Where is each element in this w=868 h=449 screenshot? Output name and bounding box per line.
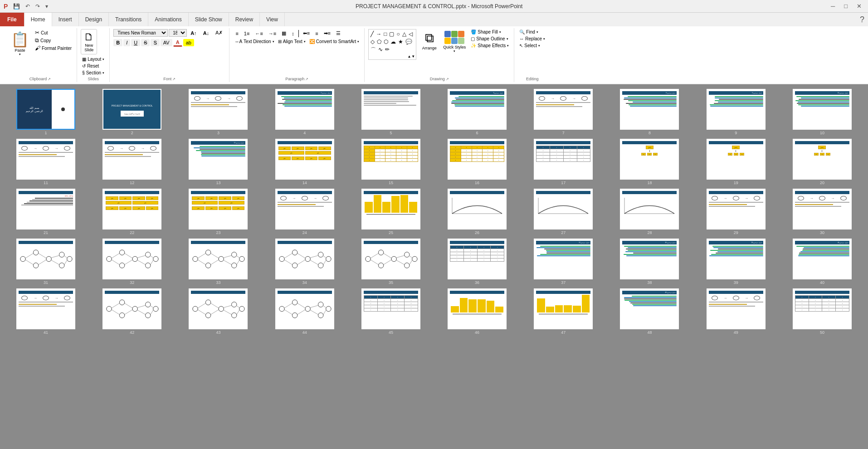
align-right-button[interactable]: ➡≡: [322, 29, 333, 38]
tab-review[interactable]: Review: [229, 13, 260, 26]
tab-file[interactable]: File: [0, 13, 24, 26]
slide-thumb-35[interactable]: 35: [350, 239, 432, 285]
tab-transitions[interactable]: Transitions: [109, 13, 148, 26]
help-button[interactable]: ?: [856, 13, 868, 26]
slide-thumb-16[interactable]: ▪▪▪▪▪▪▪▪▪▪▪▪▪▪▪▪▪▪▪▪▪▪▪▪▪ 16: [436, 139, 518, 185]
slide-thumb-40[interactable]: عنوان موضوع 40 40: [781, 239, 863, 285]
increase-font-size-button[interactable]: A↑: [188, 29, 199, 37]
slide-thumb-50[interactable]: ▪▪▪▪▪▪▪▪▪▪▪▪▪▪▪▪▪▪▪▪ 50: [781, 288, 863, 335]
slide-thumb-45[interactable]: ▪▪▪▪▪▪▪▪▪▪▪▪▪▪▪▪▪▪▪▪ 45: [350, 288, 432, 335]
slide-thumb-20[interactable]: رئیس واحدواحدواحد 20: [781, 139, 863, 185]
tab-animations[interactable]: Animations: [148, 13, 188, 26]
slide-thumb-21[interactable]: PPT1 - PPTX 21: [5, 189, 87, 235]
shape-fill-button[interactable]: 🪣 Shape Fill ▾: [469, 29, 510, 35]
close-button[interactable]: ✕: [854, 2, 864, 10]
slide-thumb-48[interactable]: عنوان موضوع 48 48: [608, 288, 691, 335]
slide-thumb-42[interactable]: 42: [91, 288, 173, 335]
slide-thumb-34[interactable]: 34: [263, 239, 346, 285]
bold-button[interactable]: B: [113, 39, 122, 46]
slide-thumb-25[interactable]: 25: [350, 189, 432, 235]
shapes-scroll-up[interactable]: ▲: [407, 54, 411, 59]
slide-thumb-18[interactable]: رئیس واحدواحدواحد 18: [608, 139, 691, 185]
slide-thumb-44[interactable]: 44: [263, 288, 346, 335]
undo-button[interactable]: ↶: [24, 2, 32, 10]
shape-rect[interactable]: □: [383, 30, 388, 38]
center-button[interactable]: ≡: [313, 29, 320, 38]
slide-thumb-4[interactable]: عنوان موضوع 4 4: [263, 89, 346, 135]
copy-button[interactable]: ⧉ Copy: [34, 37, 73, 44]
redo-button[interactable]: ↷: [34, 2, 42, 10]
bullets-button[interactable]: ≡: [233, 29, 240, 38]
tab-slideshow[interactable]: Slide Show: [189, 13, 229, 26]
slide-thumb-2[interactable]: PROJECT MANAGEMENT & CONTROL مدیریت و کن…: [91, 89, 173, 135]
arrange-button[interactable]: ⧉ Arrange: [419, 29, 439, 52]
slide-thumb-30[interactable]: → → 30: [781, 189, 863, 235]
slide-thumb-5[interactable]: 5: [350, 89, 432, 135]
shape-arrow[interactable]: →: [375, 30, 382, 38]
strikethrough-button[interactable]: S: [141, 39, 150, 46]
convert-smartart-button[interactable]: 🔀 Convert to SmartArt ▾: [308, 39, 361, 44]
save-button[interactable]: 💾: [11, 2, 22, 10]
increase-indent-button[interactable]: →≡: [266, 29, 278, 38]
slide-thumb-38[interactable]: عنوان موضوع 38 38: [608, 239, 691, 285]
customize-qat-button[interactable]: ▾: [44, 2, 50, 10]
slide-thumb-47[interactable]: 47: [522, 288, 605, 335]
shape-oval[interactable]: ○: [395, 30, 400, 38]
shape-pentagon[interactable]: ⬠: [376, 38, 382, 45]
shape-curve[interactable]: ∿: [377, 46, 384, 54]
slide-thumb-19[interactable]: رئیس واحدواحدواحد 19: [695, 139, 777, 185]
font-highlight-button[interactable]: ab: [183, 39, 194, 46]
paste-dropdown-arrow[interactable]: ▾: [19, 53, 21, 56]
slide-thumb-9[interactable]: عنوان موضوع 9 9: [695, 89, 777, 135]
slide-thumb-11[interactable]: → → 11: [5, 139, 87, 185]
slide-thumb-49[interactable]: → → 49: [695, 288, 777, 335]
reset-button[interactable]: ↺ Reset: [81, 63, 100, 69]
numbering-button[interactable]: 1≡: [242, 29, 252, 38]
decrease-indent-button[interactable]: ←≡: [253, 29, 265, 38]
slide-thumb-6[interactable]: عنوان موضوع 6 6: [436, 89, 518, 135]
char-spacing-button[interactable]: AV: [161, 39, 172, 46]
slide-thumb-31[interactable]: 31: [5, 239, 87, 285]
slide-thumb-28[interactable]: 28: [608, 189, 691, 235]
quick-styles-button[interactable]: Quick Styles ▾: [440, 29, 468, 55]
cut-button[interactable]: ✂ Cut: [34, 29, 73, 36]
slide-thumb-13[interactable]: عنوان موضوع 13 13: [177, 139, 259, 185]
paragraph-expand-icon[interactable]: ↗: [305, 77, 308, 81]
slide-thumb-33[interactable]: 33: [177, 239, 259, 285]
layout-button[interactable]: ▦ Layout ▾: [81, 56, 106, 62]
slide-thumb-27[interactable]: 27: [522, 189, 605, 235]
shape-outline-button[interactable]: ▢ Shape Outline ▾: [469, 36, 510, 42]
align-left-button[interactable]: ⬅≡: [301, 29, 312, 38]
slide-thumb-43[interactable]: 43: [177, 288, 259, 335]
tab-insert[interactable]: Insert: [52, 13, 79, 26]
font-size-selector[interactable]: 18: [169, 29, 187, 37]
shape-arc[interactable]: ⌒: [370, 46, 377, 54]
section-button[interactable]: § Section ▾: [81, 70, 106, 76]
slide-thumb-22[interactable]: متنمتنمتنمتنمتنمتن متنمتنمتنمتن 22: [91, 189, 173, 235]
shape-star[interactable]: ★: [397, 38, 404, 45]
font-name-selector[interactable]: Times New Roman: [113, 29, 168, 37]
slide-thumb-14[interactable]: متنمتنمتنمتنمتنمتن متنمتنمتنمتن 14: [263, 139, 346, 185]
slide-thumb-12[interactable]: → → 12: [91, 139, 173, 185]
slide-thumb-46[interactable]: 46: [436, 288, 518, 335]
slide-thumb-41[interactable]: → → 41: [5, 288, 87, 335]
slide-thumb-10[interactable]: عنوان موضوع 10 10: [781, 89, 863, 135]
shape-rounded-rect[interactable]: ▢: [388, 30, 395, 38]
slide-thumb-1[interactable]: بسم اللهالرحمن الرحيم 1: [5, 89, 87, 135]
shapes-scroll-down[interactable]: ▼: [411, 54, 415, 59]
paste-button[interactable]: 📋 Paste ▾: [7, 29, 33, 58]
text-direction-button[interactable]: ↔A Text Direction ▾: [233, 39, 275, 44]
slide-thumb-7[interactable]: → → 7: [522, 89, 605, 135]
drawing-expand-icon[interactable]: ↗: [446, 77, 449, 81]
shape-diamond[interactable]: ◇: [370, 38, 375, 45]
slide-thumb-37[interactable]: عنوان موضوع 37 37: [522, 239, 605, 285]
shadow-button[interactable]: S: [151, 39, 159, 46]
tab-design[interactable]: Design: [79, 13, 109, 26]
slide-thumb-23[interactable]: متنمتنمتنمتنمتنمتن متنمتنمتنمتن 23: [177, 189, 259, 235]
slide-thumb-29[interactable]: → → 29: [695, 189, 777, 235]
add-remove-columns-button[interactable]: ▦: [279, 29, 288, 38]
shape-triangle[interactable]: △: [401, 30, 407, 38]
slide-thumb-17[interactable]: ▪▪▪▪▪▪▪▪▪▪▪▪▪▪▪▪▪▪▪▪ 17: [522, 139, 605, 185]
select-button[interactable]: ↖ Select ▾: [518, 43, 541, 49]
clipboard-expand-icon[interactable]: ↗: [48, 77, 51, 81]
